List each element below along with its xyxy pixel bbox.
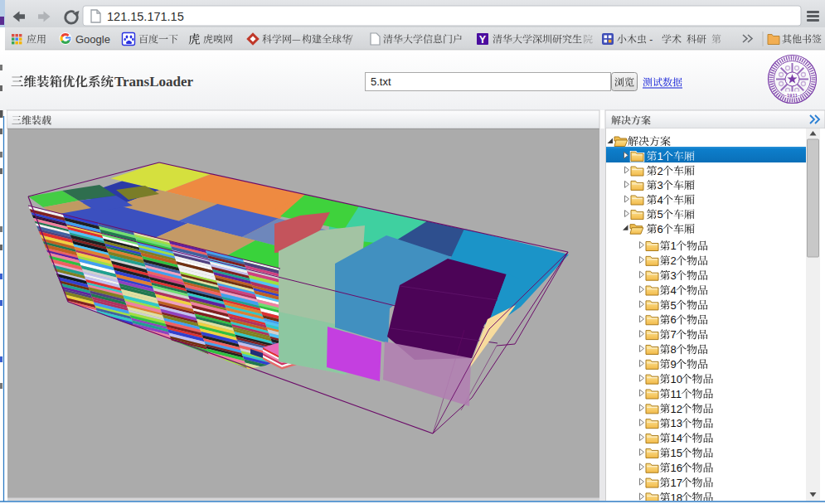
svg-text:121.15.171.15: 121.15.171.15 [107, 10, 184, 23]
svg-text:9: 9 [671, 358, 677, 371]
svg-text:Y: Y [479, 34, 487, 46]
svg-text:7: 7 [671, 328, 677, 341]
svg-text:Google: Google [75, 33, 110, 46]
svg-text:5: 5 [658, 208, 663, 220]
svg-text:1: 1 [671, 240, 677, 252]
svg-text:15: 15 [671, 447, 682, 459]
svg-text:TransLoader: TransLoader [114, 74, 194, 90]
svg-text:10: 10 [671, 373, 682, 385]
svg-text:14: 14 [671, 432, 682, 444]
svg-text:1: 1 [658, 150, 663, 162]
svg-text:17: 17 [671, 477, 682, 489]
svg-text:2: 2 [671, 254, 677, 267]
svg-text:5: 5 [671, 299, 677, 312]
svg-text:6: 6 [658, 223, 663, 235]
svg-text:5.txt: 5.txt [371, 75, 391, 88]
svg-text:8: 8 [671, 343, 677, 356]
svg-text:4: 4 [671, 284, 677, 297]
svg-text:11: 11 [671, 388, 682, 400]
svg-text:-1911-: -1911- [785, 93, 799, 98]
svg-text:12: 12 [671, 403, 682, 415]
svg-text:13: 13 [671, 417, 682, 429]
svg-text:2: 2 [658, 165, 663, 177]
svg-text:3: 3 [671, 269, 677, 282]
svg-text:-: - [647, 34, 656, 46]
svg-text:16: 16 [671, 462, 682, 474]
svg-text:4: 4 [658, 194, 663, 206]
svg-text:6: 6 [671, 313, 677, 326]
svg-text:3: 3 [658, 179, 663, 191]
